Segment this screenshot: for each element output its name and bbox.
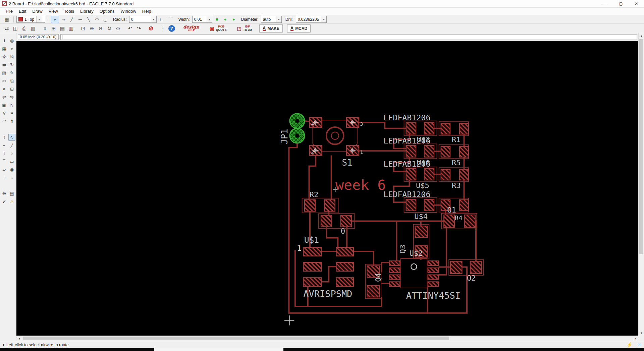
board-label-ledfab1206[interactable]: LEDFAB1206 (383, 113, 430, 122)
miter-straight-button[interactable]: ∟ (158, 16, 166, 23)
board-label-u1[interactable]: U$1 (304, 235, 319, 245)
board-label-u3[interactable]: U$3 (417, 135, 430, 144)
tool-polygon[interactable]: ▱ (1, 166, 8, 173)
tool-circle[interactable]: ○ (8, 150, 15, 157)
board-label-attiny45si[interactable]: ATTINY45SI (406, 290, 461, 301)
make-button[interactable]: A MAKE (259, 24, 283, 33)
tool-name[interactable]: N (8, 102, 15, 109)
tool-signal[interactable]: ≈ (1, 174, 8, 181)
horizontal-scrollbar[interactable]: ◄ ► (16, 336, 638, 341)
bend-arc-up-button[interactable]: ◠ (93, 16, 101, 23)
drc-status-icon[interactable]: ⚡ (626, 342, 633, 348)
board-label-r1[interactable]: R1 (452, 135, 461, 144)
bend-90-up-button[interactable]: ⌐ (51, 16, 59, 23)
board-label-3[interactable]: 3 (360, 121, 363, 127)
chevron-down-icon[interactable]: ▾ (151, 16, 156, 22)
tool-hole[interactable]: ◌ (8, 174, 15, 181)
tool-show[interactable]: ◎ (8, 37, 15, 44)
tool-pinswap[interactable]: ⇄ (1, 94, 8, 101)
sync-status-icon[interactable]: ≋ (637, 342, 641, 348)
cam-processor-button[interactable]: ▨ (29, 24, 37, 33)
horizontal-scroll-thumb[interactable] (23, 337, 449, 340)
menu-edit[interactable]: Edit (16, 8, 29, 14)
board-label-u4[interactable]: U$4 (414, 212, 428, 221)
tool-add[interactable]: ⊞ (8, 85, 15, 93)
tool-rotate[interactable]: ↻ (8, 61, 15, 68)
bend-45-down-button[interactable]: ─ (76, 16, 84, 23)
maximize-button[interactable]: ▢ (613, 0, 629, 7)
board-label-4[interactable]: 4 (311, 121, 314, 127)
menu-help[interactable]: Help (139, 8, 154, 14)
chevron-down-icon[interactable]: ▾ (321, 16, 326, 22)
tool-lock[interactable]: ▣ (1, 102, 8, 109)
menu-file[interactable]: File (3, 8, 16, 14)
switch-editor-button[interactable]: ⇄ (3, 24, 11, 33)
close-button[interactable]: ✕ (629, 0, 644, 7)
zoom-fit-button[interactable]: ⊡ (79, 24, 87, 33)
tool-delete[interactable]: ✕ (1, 85, 8, 93)
board-label-jp1[interactable]: JP1 (279, 129, 289, 144)
vertical-scrollbar[interactable]: ▲ ▼ (638, 33, 644, 336)
tool-text[interactable]: T (1, 150, 8, 157)
tool-optimize[interactable]: ≀ (1, 134, 8, 141)
menu-library[interactable]: Library (77, 8, 97, 14)
tool-change[interactable]: ✎ (8, 69, 15, 76)
board-label-ledfab1206[interactable]: LEDFAB1206 (383, 190, 430, 199)
print-button[interactable]: ⎙ (20, 24, 28, 33)
tool-ratsnest[interactable]: ❋ (1, 190, 8, 197)
board-label-2[interactable]: 2 (311, 149, 314, 155)
design-link-button[interactable]: design link (180, 24, 202, 33)
tool-route[interactable]: ∿ (8, 134, 15, 141)
command-input[interactable] (60, 34, 637, 40)
measure-button[interactable]: ⌗ (41, 24, 49, 33)
zoom-redraw-button[interactable]: ↻ (105, 24, 113, 33)
board-label-u5[interactable]: U$5 (416, 182, 429, 190)
board-label-u2[interactable]: U$2 (409, 249, 423, 258)
zoom-out-button[interactable]: ⊖ (97, 24, 105, 33)
bend-straight-button[interactable]: ╱ (68, 16, 76, 23)
board-label-r4[interactable]: R4 (454, 214, 463, 222)
library-button[interactable]: ⊞ (50, 24, 58, 33)
idf-to-3d-button[interactable]: ◳ IDF TO 3D (234, 24, 255, 33)
scroll-down-arrow[interactable]: ▼ (639, 330, 644, 336)
tool-group[interactable]: ▧ (1, 69, 8, 76)
chevron-down-icon[interactable]: ▾ (207, 16, 212, 22)
board-label-1[interactable]: 1 (360, 149, 363, 155)
via-shape-square-button[interactable]: ■ (213, 16, 221, 23)
jp1-pads[interactable] (290, 114, 305, 143)
tool-wire[interactable]: ╱ (8, 142, 15, 149)
menu-draw[interactable]: Draw (29, 8, 45, 14)
pcb-canvas[interactable]: LEDFAB1206LEDFAB1206LEDFAB1206LEDFAB1206… (16, 41, 638, 336)
pcb-quote-button[interactable]: ▣ PCB QUOTE (207, 24, 229, 33)
zoom-in-button[interactable]: ⊕ (88, 24, 96, 33)
miter-round-button[interactable]: ⌒ (167, 16, 175, 23)
tool-drc[interactable]: ✔ (1, 198, 8, 205)
title-bar[interactable]: 2 Board - E:\ziadi\collectionofweek6.brd… (0, 0, 644, 8)
tool-rect[interactable]: ▭ (8, 158, 15, 165)
bend-90-down-button[interactable]: ╲ (85, 16, 93, 23)
save-button[interactable]: ◫ (11, 24, 19, 33)
board-label-s1[interactable]: S1 (342, 158, 353, 168)
layer-colors-button[interactable]: ▥ (67, 24, 75, 33)
via-shape-octagon-button[interactable]: ● (230, 16, 237, 23)
tool-smash[interactable]: ✶ (8, 110, 15, 117)
tool-errors[interactable]: ⚠ (8, 198, 15, 205)
tool-via[interactable]: ◉ (8, 166, 15, 173)
board-label-1[interactable]: 1 (297, 243, 302, 253)
tool-replace[interactable]: ⇆ (8, 94, 15, 101)
drill-select[interactable]: 0.02362205 ▾ (296, 16, 327, 23)
menu-window[interactable]: Window (118, 8, 139, 14)
menu-tools[interactable]: Tools (61, 8, 77, 14)
redo-button[interactable]: ↷ (135, 24, 143, 33)
tool-autoroute[interactable]: ▤ (8, 190, 15, 197)
via-shape-round-button[interactable]: ● (222, 16, 229, 23)
scroll-right-arrow[interactable]: ► (633, 336, 638, 341)
board-label-r5[interactable]: R5 (452, 159, 461, 167)
tool-value[interactable]: V (1, 110, 8, 117)
grid-button[interactable]: ▦ (3, 16, 11, 23)
width-select[interactable]: 0.01 ▾ (192, 16, 212, 23)
display-layers-button[interactable]: ▤ (58, 24, 66, 33)
radius-select[interactable]: 0 ▾ (129, 16, 157, 23)
zoom-select-button[interactable]: ⊙ (114, 24, 122, 33)
tool-display[interactable]: ▦ (1, 45, 8, 52)
